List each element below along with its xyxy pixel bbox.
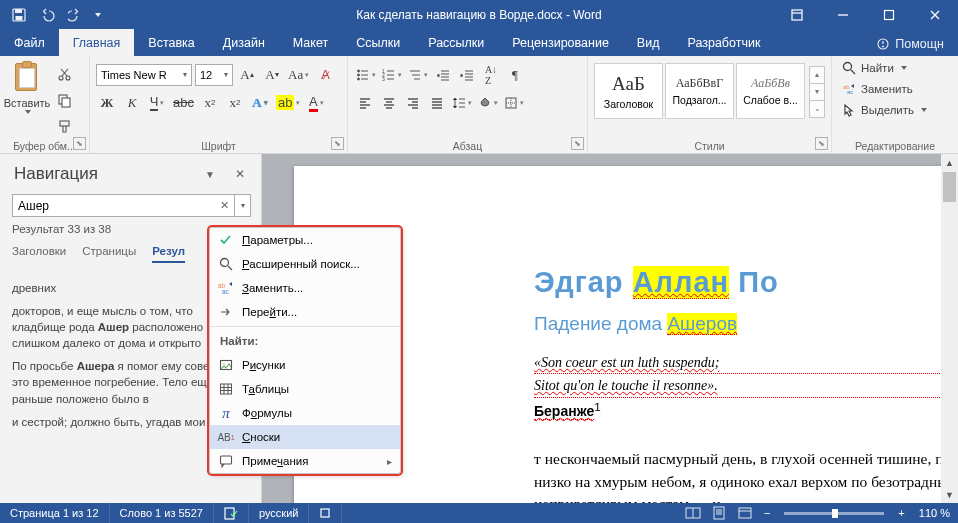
nav-tab-pages[interactable]: Страницы bbox=[82, 245, 136, 263]
tab-mailings[interactable]: Рассылки bbox=[414, 29, 498, 56]
tab-design[interactable]: Дизайн bbox=[209, 29, 279, 56]
menu-item-pictures[interactable]: Рисунки bbox=[210, 353, 400, 377]
menu-item-formulas[interactable]: π Формулы bbox=[210, 401, 400, 425]
tab-review[interactable]: Рецензирование bbox=[498, 29, 623, 56]
paragraph-launcher[interactable]: ⬊ bbox=[571, 137, 584, 150]
paste-label: Вставить bbox=[4, 97, 51, 109]
vertical-scrollbar[interactable]: ▲ ▼ bbox=[941, 154, 958, 503]
scroll-down-button[interactable]: ▼ bbox=[941, 486, 958, 503]
status-words[interactable]: Слово 1 из 5527 bbox=[110, 503, 214, 523]
sort-button[interactable]: A↓Z bbox=[480, 64, 502, 86]
status-macro[interactable] bbox=[309, 503, 342, 523]
font-launcher[interactable]: ⬊ bbox=[331, 137, 344, 150]
navigation-search-input[interactable]: Ашер ✕ bbox=[12, 194, 235, 217]
find-button[interactable]: Найти bbox=[838, 59, 952, 77]
menu-item-footnotes[interactable]: AB1 Сноски bbox=[210, 425, 400, 449]
menu-item-comments[interactable]: Примечания bbox=[210, 449, 400, 473]
navigation-pane-menu[interactable]: ▼ bbox=[205, 169, 215, 180]
multilevel-list-button[interactable] bbox=[406, 64, 430, 86]
close-button[interactable] bbox=[912, 0, 958, 29]
bold-button[interactable]: Ж bbox=[96, 92, 118, 114]
menu-item-replace[interactable]: abac Заменить... bbox=[210, 276, 400, 300]
font-name-combo[interactable]: Times New R▾ bbox=[96, 64, 192, 86]
styles-launcher[interactable]: ⬊ bbox=[815, 137, 828, 150]
nav-tab-headings[interactable]: Заголовки bbox=[12, 245, 66, 263]
style-gallery-scroll[interactable]: ▴▾⌄ bbox=[809, 63, 825, 119]
style-subtle[interactable]: АаБбВвСлабое в... bbox=[736, 63, 805, 119]
copy-button[interactable] bbox=[52, 89, 76, 111]
minimize-button[interactable] bbox=[820, 0, 866, 29]
status-spellcheck[interactable] bbox=[214, 503, 249, 523]
increase-indent-button[interactable] bbox=[456, 64, 478, 86]
zoom-level[interactable]: 110 % bbox=[913, 507, 950, 519]
replace-button[interactable]: abacЗаменить bbox=[838, 80, 952, 98]
style-subtitle-label: Подзагол... bbox=[672, 94, 726, 106]
style-subtitle[interactable]: АаБбВвГПодзагол... bbox=[665, 63, 734, 119]
tab-references[interactable]: Ссылки bbox=[342, 29, 414, 56]
search-clear-icon[interactable]: ✕ bbox=[220, 199, 229, 212]
shrink-font-button[interactable]: A▾ bbox=[261, 64, 283, 86]
paste-button[interactable]: Вставить bbox=[6, 59, 48, 151]
undo-button[interactable] bbox=[34, 2, 60, 28]
select-button[interactable]: Выделить bbox=[838, 101, 952, 119]
tab-home[interactable]: Главная bbox=[59, 29, 135, 56]
underline-button[interactable]: Ч bbox=[146, 92, 168, 114]
tell-me-help[interactable]: Помощн bbox=[862, 32, 958, 56]
highlight-button[interactable]: ab bbox=[274, 92, 302, 114]
tab-file[interactable]: Файл bbox=[0, 29, 59, 56]
strikethrough-button[interactable]: abc bbox=[171, 92, 196, 114]
menu-item-advanced-find[interactable]: Расширенный поиск... bbox=[210, 252, 400, 276]
zoom-in-button[interactable]: + bbox=[894, 507, 908, 519]
align-left-button[interactable] bbox=[354, 92, 376, 114]
status-language[interactable]: русский bbox=[249, 503, 309, 523]
zoom-slider[interactable] bbox=[784, 512, 884, 515]
qat-customize-button[interactable] bbox=[90, 2, 104, 28]
clear-formatting-button[interactable]: A̷ bbox=[314, 64, 336, 86]
align-justify-button[interactable] bbox=[426, 92, 448, 114]
menu-item-tables[interactable]: Таблицы bbox=[210, 377, 400, 401]
svg-rect-11 bbox=[60, 121, 69, 126]
tab-view[interactable]: Вид bbox=[623, 29, 674, 56]
maximize-button[interactable] bbox=[866, 0, 912, 29]
redo-button[interactable] bbox=[62, 2, 88, 28]
align-right-button[interactable] bbox=[402, 92, 424, 114]
clipboard-launcher[interactable]: ⬊ bbox=[73, 137, 86, 150]
navigation-search-dropdown[interactable]: ▾ bbox=[235, 194, 251, 217]
svg-point-7 bbox=[59, 76, 63, 80]
status-page[interactable]: Страница 1 из 12 bbox=[0, 503, 110, 523]
menu-item-goto[interactable]: Перейти... bbox=[210, 300, 400, 324]
borders-button[interactable] bbox=[502, 92, 526, 114]
align-center-button[interactable] bbox=[378, 92, 400, 114]
zoom-out-button[interactable]: − bbox=[760, 507, 774, 519]
tab-layout[interactable]: Макет bbox=[279, 29, 342, 56]
show-marks-button[interactable]: ¶ bbox=[504, 64, 526, 86]
save-button[interactable] bbox=[6, 2, 32, 28]
view-web-layout[interactable] bbox=[734, 504, 756, 522]
tab-insert[interactable]: Вставка bbox=[134, 29, 208, 56]
subscript-button[interactable]: x2 bbox=[199, 92, 221, 114]
superscript-button[interactable]: x2 bbox=[224, 92, 246, 114]
italic-button[interactable]: К bbox=[121, 92, 143, 114]
format-painter-button[interactable] bbox=[52, 115, 76, 137]
line-spacing-button[interactable] bbox=[450, 92, 474, 114]
nav-tab-results[interactable]: Резул bbox=[152, 245, 185, 263]
menu-item-options[interactable]: Параметры... bbox=[210, 228, 400, 252]
ribbon-display-button[interactable] bbox=[774, 0, 820, 29]
decrease-indent-button[interactable] bbox=[432, 64, 454, 86]
numbering-button[interactable]: 123 bbox=[380, 64, 404, 86]
shading-button[interactable] bbox=[476, 92, 500, 114]
bullets-button[interactable] bbox=[354, 64, 378, 86]
navigation-close-button[interactable]: ✕ bbox=[229, 165, 251, 183]
style-heading[interactable]: АаБЗаголовок bbox=[594, 63, 663, 119]
grow-font-button[interactable]: A▴ bbox=[236, 64, 258, 86]
tab-developer[interactable]: Разработчик bbox=[673, 29, 774, 56]
view-read-mode[interactable] bbox=[682, 504, 704, 522]
font-size-combo[interactable]: 12▾ bbox=[195, 64, 233, 86]
change-case-button[interactable]: Aa bbox=[286, 64, 311, 86]
font-color-button[interactable]: A bbox=[305, 92, 327, 114]
scrollbar-thumb[interactable] bbox=[943, 172, 956, 202]
text-effects-button[interactable]: A bbox=[249, 92, 271, 114]
scroll-up-button[interactable]: ▲ bbox=[941, 154, 958, 171]
view-print-layout[interactable] bbox=[708, 504, 730, 522]
cut-button[interactable] bbox=[52, 63, 76, 85]
